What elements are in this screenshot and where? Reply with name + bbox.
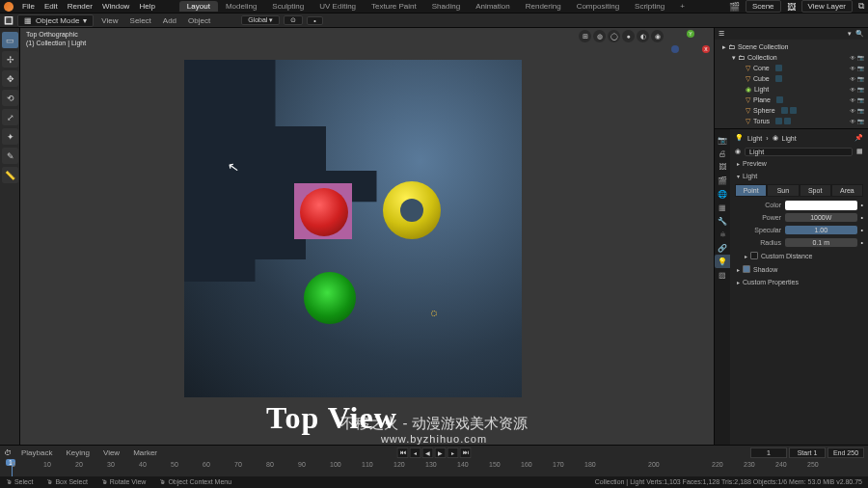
light-tab-spot[interactable]: Spot xyxy=(800,184,831,197)
workspace-tab-modeling[interactable]: Modeling xyxy=(218,1,264,12)
menu-edit[interactable]: Edit xyxy=(40,2,63,11)
light-specular-slider[interactable]: 1.00 xyxy=(785,226,857,234)
shadow-checkbox[interactable] xyxy=(743,265,750,273)
light-tab-sun[interactable]: Sun xyxy=(767,184,799,197)
prop-tab-viewlayer[interactable]: 🖼 xyxy=(715,160,730,174)
panel-shadow[interactable]: Shadow xyxy=(735,262,863,276)
search-icon[interactable]: 🔍 xyxy=(855,30,864,38)
header-menu-object[interactable]: Object xyxy=(184,16,214,25)
play-reverse-button[interactable]: ◀ xyxy=(422,447,434,458)
workspace-tab-sculpting[interactable]: Sculpting xyxy=(264,1,312,12)
visibility-toggle[interactable]: 👁 📷 xyxy=(850,96,864,103)
visibility-toggle[interactable]: 👁 📷 xyxy=(850,65,864,71)
workspace-tab-scripting[interactable]: Scripting xyxy=(627,1,672,12)
gizmo-z-axis[interactable] xyxy=(671,45,679,53)
prop-tab-texture[interactable]: ▨ xyxy=(715,268,730,282)
jump-end-button[interactable]: ⏭ xyxy=(460,447,472,458)
outliner-item-cone[interactable]: ▽Cone👁 📷 xyxy=(719,63,864,73)
timeline-menu-marker[interactable]: Marker xyxy=(129,448,161,457)
datablock-new-icon[interactable]: ▦ xyxy=(856,148,863,155)
keyframe-dot-icon[interactable]: • xyxy=(861,227,863,233)
light-power-field[interactable]: 1000W xyxy=(785,213,857,222)
end-frame-field[interactable]: End 250 xyxy=(827,447,864,458)
timeline-editor-icon[interactable]: ⏱ xyxy=(4,448,12,457)
visibility-toggle[interactable]: 👁 📷 xyxy=(850,107,864,114)
overlay-toggle-icon[interactable]: ⊞ xyxy=(579,30,591,42)
panel-preview[interactable]: Preview xyxy=(735,157,863,170)
light-color-swatch[interactable] xyxy=(785,201,857,210)
jump-start-button[interactable]: ⏮ xyxy=(397,447,409,458)
shading-solid-icon[interactable]: ● xyxy=(622,30,635,42)
object-mode-dropdown[interactable]: ▦ Object Mode ▾ xyxy=(17,14,94,27)
workspace-tab-add[interactable]: + xyxy=(672,1,692,12)
header-menu-select[interactable]: Select xyxy=(126,16,155,25)
outliner-editor-icon[interactable]: ☰ xyxy=(719,30,724,38)
tool-move[interactable]: ✥ xyxy=(2,70,18,87)
keyframe-dot-icon[interactable]: • xyxy=(861,214,863,221)
light-tab-area[interactable]: Area xyxy=(831,184,863,197)
tool-transform[interactable]: ✦ xyxy=(2,128,18,145)
outliner-item-cube[interactable]: ▽Cube👁 📷 xyxy=(719,73,864,84)
light-radius-field[interactable]: 0.1 m xyxy=(785,238,857,247)
tool-select-box[interactable]: ▭ xyxy=(2,32,18,48)
workspace-tab-compositing[interactable]: Compositing xyxy=(569,1,627,12)
current-frame-field[interactable]: 1 xyxy=(750,447,787,458)
filter-icon[interactable]: ▾ xyxy=(848,30,852,38)
filter-icon[interactable]: ⧉ xyxy=(858,1,864,12)
workspace-tab-animation[interactable]: Animation xyxy=(468,1,518,12)
keyframe-next-button[interactable]: ▸ xyxy=(448,447,459,458)
timeline-menu-playback[interactable]: Playback xyxy=(17,448,56,457)
play-button[interactable]: ▶ xyxy=(435,447,447,458)
keyframe-dot-icon[interactable]: • xyxy=(861,202,863,208)
workspace-tab-rendering[interactable]: Rendering xyxy=(518,1,569,12)
datablock-name-field[interactable]: Light xyxy=(745,148,853,156)
light-tab-point[interactable]: Point xyxy=(735,184,767,197)
tool-scale[interactable]: ⤢ xyxy=(2,109,18,125)
editor-type-icon[interactable]: 🔳 xyxy=(4,16,14,25)
menu-render[interactable]: Render xyxy=(63,2,97,11)
tool-measure[interactable]: 📏 xyxy=(2,167,18,183)
menu-file[interactable]: File xyxy=(17,2,40,11)
prop-tab-world[interactable]: 🌐 xyxy=(715,187,730,201)
keyframe-dot-icon[interactable]: • xyxy=(861,239,863,246)
prop-tab-scene[interactable]: 🎬 xyxy=(715,174,730,187)
tool-rotate[interactable]: ⟲ xyxy=(2,90,18,106)
prop-tab-physics[interactable]: ⚛ xyxy=(715,228,730,241)
workspace-tab-uvediting[interactable]: UV Editing xyxy=(312,1,364,12)
visibility-toggle[interactable]: 👁 📷 xyxy=(850,54,864,61)
scene-name-field[interactable]: Scene xyxy=(746,0,781,13)
visibility-toggle[interactable]: 👁 📷 xyxy=(850,75,864,82)
xray-toggle-icon[interactable]: ◍ xyxy=(593,30,606,42)
tool-cursor[interactable]: ✢ xyxy=(2,51,18,68)
custom-distance-checkbox[interactable] xyxy=(750,252,758,259)
outliner-item-plane[interactable]: ▽Plane👁 📷 xyxy=(719,95,864,105)
visibility-toggle[interactable]: 👁 📷 xyxy=(850,118,864,124)
header-menu-view[interactable]: View xyxy=(97,16,122,25)
outliner-item-light[interactable]: ◉Light👁 📷 xyxy=(719,84,864,95)
visibility-toggle[interactable]: 👁 📷 xyxy=(850,86,864,93)
start-frame-field[interactable]: Start 1 xyxy=(789,447,826,458)
outliner-scene-collection[interactable]: ▸ 🗀 Scene Collection xyxy=(719,41,864,52)
nav-gizmo[interactable]: Y X xyxy=(671,30,710,68)
prop-tab-data-light[interactable]: 💡 xyxy=(715,255,730,268)
gizmo-x-axis[interactable]: X xyxy=(702,45,710,53)
shading-wire-icon[interactable]: ◯ xyxy=(608,30,620,42)
timeline-ruler[interactable]: 0102030405060708090100110120130140150160… xyxy=(0,459,868,476)
prop-tab-constraints[interactable]: 🔗 xyxy=(715,241,730,255)
viewlayer-name-field[interactable]: View Layer xyxy=(801,0,853,13)
tool-annotate[interactable]: ✎ xyxy=(2,148,18,164)
timeline-menu-keying[interactable]: Keying xyxy=(62,448,93,457)
panel-custom-properties[interactable]: Custom Properties xyxy=(735,276,863,288)
prop-tab-output[interactable]: 🖨 xyxy=(715,147,730,160)
outliner-item-sphere[interactable]: ▽Sphere👁 📷 xyxy=(719,105,864,116)
light-indicator-icon[interactable] xyxy=(431,311,437,316)
keyframe-prev-button[interactable]: ◂ xyxy=(410,447,421,458)
snap-toggle[interactable]: • xyxy=(307,16,322,25)
viewport-3d[interactable]: Top Orthographic (1) Collection | Light … xyxy=(20,28,714,445)
pivot-dropdown[interactable]: ⊙ xyxy=(284,15,303,25)
timeline-menu-view[interactable]: View xyxy=(99,448,123,457)
outliner-collection[interactable]: ▾ 🗀 Collection 👁 📷 xyxy=(719,52,864,63)
gizmo-y-axis[interactable]: Y xyxy=(687,30,694,38)
pin-icon[interactable]: 📌 xyxy=(854,134,863,142)
workspace-tab-layout[interactable]: Layout xyxy=(179,1,218,12)
